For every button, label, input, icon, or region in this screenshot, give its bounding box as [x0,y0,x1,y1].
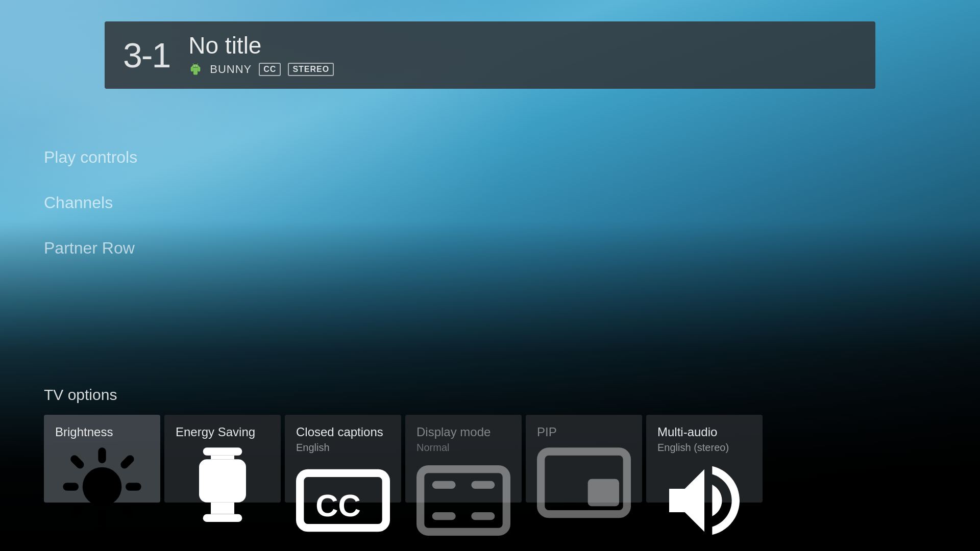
option-card-energy-saving[interactable]: Energy Saving [164,415,281,503]
closed-captions-label: Closed captions [296,425,390,440]
option-card-display-mode[interactable]: Display mode Normal [405,415,522,503]
main-content: 3-1 No title BUNNY CC STEREO Play contro… [0,0,980,551]
stereo-badge: STEREO [288,63,334,76]
cc-icon: CC [296,454,390,547]
energy-saving-label: Energy Saving [176,425,270,440]
display-mode-sublabel: Normal [416,442,510,454]
option-card-closed-captions[interactable]: Closed captions English CC [285,415,401,503]
channel-info: No title BUNNY CC STEREO [188,34,334,77]
tv-options-title: TV options [44,386,980,404]
sidebar: Play controls Channels Partner Row [44,148,137,284]
svg-rect-2 [203,447,242,455]
option-card-multi-audio[interactable]: Multi-audio English (stereo) [646,415,763,503]
channel-number: 3-1 [123,38,170,72]
svg-point-1 [197,66,198,67]
tv-options-section: TV options Brightness Energy Saving [44,386,980,503]
brightness-label: Brightness [55,425,149,440]
svg-rect-11 [421,469,507,532]
options-grid: Brightness Energy Saving [44,415,980,503]
display-mode-icon [416,454,510,547]
sidebar-item-partner-row[interactable]: Partner Row [44,239,137,258]
svg-rect-6 [203,514,242,521]
android-icon [188,62,203,77]
sidebar-item-play-controls[interactable]: Play controls [44,148,137,167]
multi-audio-sublabel: English (stereo) [657,442,751,454]
option-card-brightness[interactable]: Brightness [44,415,160,503]
brightness-icon [55,440,149,534]
svg-text:CC: CC [315,487,361,522]
channel-meta: BUNNY CC STEREO [188,62,334,77]
svg-point-0 [194,66,195,67]
svg-rect-3 [211,455,234,459]
multi-audio-label: Multi-audio [657,425,751,440]
energy-saving-icon [176,440,270,534]
sidebar-item-channels[interactable]: Channels [44,193,137,212]
cc-badge: CC [259,63,281,76]
svg-rect-5 [211,502,234,514]
channel-source-name: BUNNY [210,63,252,76]
svg-rect-13 [588,479,619,506]
display-mode-label: Display mode [416,425,510,440]
closed-captions-sublabel: English [296,442,390,454]
option-card-pip[interactable]: PIP [526,415,642,503]
channel-bar: 3-1 No title BUNNY CC STEREO [105,21,875,89]
channel-title: No title [188,34,334,57]
pip-label: PIP [537,425,631,440]
pip-icon [537,440,631,534]
multi-audio-icon [657,454,751,547]
